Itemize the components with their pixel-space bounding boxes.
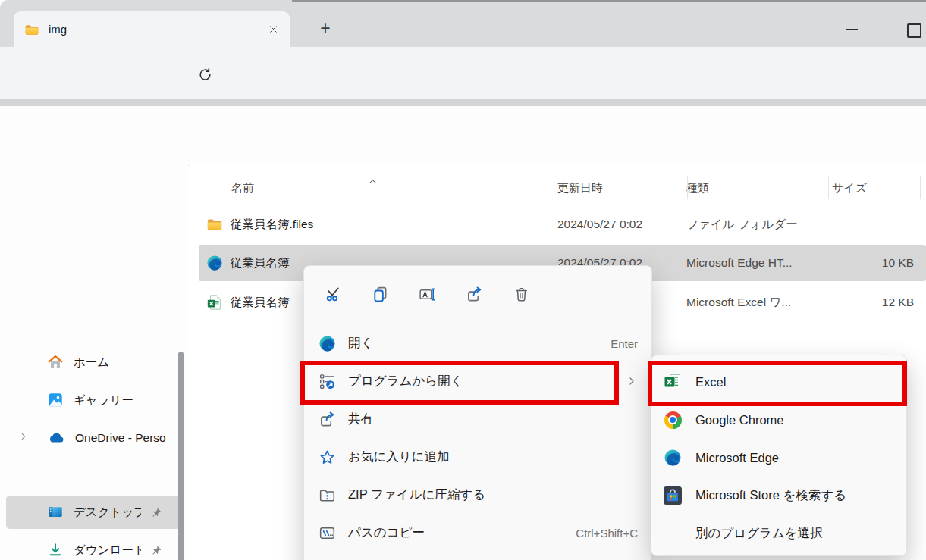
folder-icon — [24, 22, 39, 37]
edge-file-icon — [206, 255, 223, 271]
menu-shortcut: Ctrl+Shift+C — [576, 527, 638, 540]
desktop-icon — [47, 504, 64, 521]
explorer-tab-img[interactable]: img — [14, 11, 290, 47]
menu-item-open-with[interactable]: プログラムから開く — [304, 362, 651, 400]
sort-ascending-icon — [367, 176, 378, 187]
tab-title: img — [49, 23, 268, 36]
sidebar-item-label: OneDrive - Perso — [75, 431, 166, 445]
menu-item-share[interactable]: 共有 — [304, 400, 651, 438]
column-separator[interactable] — [920, 176, 921, 199]
download-icon — [47, 542, 64, 558]
file-explorer-window: img + ← → ↑ デスクトップ ポータルサイト img — [0, 0, 926, 560]
sidebar-item-desktop[interactable]: デスクトップ — [6, 496, 182, 529]
sidebar-item-onedrive[interactable]: OneDrive - Perso — [6, 421, 182, 455]
minimize-button[interactable] — [846, 29, 858, 30]
chrome-icon — [664, 411, 682, 429]
file-name: 従業員名簿.files — [231, 217, 313, 233]
chrome-separator-band — [0, 99, 926, 106]
home-icon — [47, 354, 64, 371]
menu-divider — [306, 318, 650, 318]
onedrive-cloud-icon — [47, 429, 65, 447]
submenu-item-edge[interactable]: Microsoft Edge — [651, 439, 906, 477]
sidebar-item-label: ホーム — [74, 355, 109, 371]
column-header-type[interactable]: 種類 — [686, 181, 827, 196]
sidebar-item-gallery[interactable]: ギャラリー — [6, 383, 182, 417]
submenu-item-label: Excel — [695, 375, 726, 389]
context-menu-icon-row — [304, 271, 651, 318]
copy-path-icon — [318, 524, 336, 542]
delete-icon[interactable] — [506, 279, 536, 309]
menu-item-label: 共有 — [348, 411, 373, 427]
submenu-item-chrome[interactable]: Google Chrome — [651, 401, 906, 439]
submenu-item-choose-another-app[interactable]: 別のプログラムを選択 — [651, 515, 906, 552]
file-row-folder[interactable]: 従業員名簿.files 2024/05/27 0:02 ファイル フォルダー — [199, 206, 926, 242]
menu-item-label: プログラムから開く — [348, 373, 463, 389]
window-top-edge — [292, 0, 926, 2]
expand-chevron-icon[interactable] — [18, 431, 29, 442]
command-toolbar: 新規作成 並べ替え 表示 ••• — [0, 106, 926, 166]
menu-item-label: ZIP ファイルに圧縮する — [348, 486, 485, 503]
new-tab-button[interactable]: + — [314, 17, 337, 39]
pin-icon — [151, 507, 162, 518]
sidebar-divider — [15, 474, 161, 474]
rename-icon[interactable] — [412, 279, 442, 309]
edge-icon — [664, 449, 682, 467]
sidebar-item-label: ギャラリー — [74, 393, 133, 408]
submenu-item-label: 別のプログラムを選択 — [695, 525, 823, 542]
file-size: 10 KB — [827, 256, 926, 270]
copy-icon[interactable] — [365, 279, 395, 309]
sidebar-item-label: デスクトップ — [74, 505, 141, 521]
sidebar-item-label: ダウンロード — [74, 543, 141, 558]
menu-shortcut: Enter — [611, 337, 638, 350]
file-type: Microsoft Edge HT... — [686, 256, 827, 270]
file-size: 12 KB — [827, 296, 926, 309]
gallery-icon — [47, 392, 64, 408]
share-icon[interactable] — [459, 279, 489, 309]
sidebar-item-home[interactable]: ホーム — [6, 346, 182, 379]
pin-icon — [151, 545, 162, 556]
address-bar: ← → ↑ デスクトップ ポータルサイト img — [0, 47, 926, 99]
menu-item-open[interactable]: 開く Enter — [304, 324, 651, 362]
column-header-size[interactable]: サイズ — [827, 181, 926, 196]
menu-item-label: お気に入りに追加 — [348, 449, 450, 465]
share-icon — [318, 411, 336, 428]
menu-item-compress-zip[interactable]: ZIP ファイルに圧縮する — [304, 476, 651, 514]
submenu-item-search-store[interactable]: Microsoft Store を検索する — [651, 477, 906, 515]
submenu-item-label: Google Chrome — [695, 413, 783, 427]
sidebar-scrollbar[interactable] — [178, 352, 184, 560]
folder-icon — [206, 216, 223, 233]
context-menu: 開く Enter プログラムから開く 共有 お気に入りに追加 ZIP ファイルに… — [303, 265, 652, 560]
cut-icon[interactable] — [318, 279, 348, 309]
sidebar-item-downloads[interactable]: ダウンロード — [6, 533, 182, 560]
file-type: Microsoft Excel ワ... — [686, 295, 827, 311]
close-tab-icon[interactable] — [268, 23, 279, 35]
file-name: 従業員名簿 — [231, 255, 290, 271]
menu-item-copy-path[interactable]: パスのコピー Ctrl+Shift+C — [304, 514, 651, 552]
microsoft-store-icon — [664, 486, 682, 505]
submenu-item-label: Microsoft Edge — [695, 451, 779, 465]
header-underline — [556, 199, 917, 199]
open-with-submenu: Excel Google Chrome Microsoft Edge Micro… — [651, 355, 907, 556]
submenu-item-excel[interactable]: Excel — [651, 363, 906, 401]
file-date: 2024/05/27 0:02 — [557, 217, 686, 231]
navigation-pane: ホーム ギャラリー OneDrive - Perso デスクトップ ダウンロード… — [0, 165, 188, 560]
submenu-chevron-icon — [626, 375, 638, 387]
column-header-date[interactable]: 更新日時 — [557, 181, 686, 196]
file-type: ファイル フォルダー — [686, 217, 827, 233]
excel-file-icon — [206, 294, 223, 311]
title-bar: img + — [0, 0, 926, 47]
edge-icon — [318, 335, 336, 352]
column-separator[interactable] — [828, 176, 829, 199]
maximize-button[interactable] — [907, 23, 921, 38]
menu-item-label: パスのコピー — [348, 524, 425, 541]
column-separator[interactable] — [687, 176, 688, 199]
column-header-name[interactable]: 名前 — [199, 181, 557, 196]
file-name: 従業員名簿 — [231, 295, 290, 311]
menu-item-label: 開く — [348, 335, 373, 352]
excel-app-icon — [664, 373, 682, 391]
menu-item-add-favorites[interactable]: お気に入りに追加 — [304, 438, 651, 476]
submenu-item-label: Microsoft Store を検索する — [695, 487, 846, 504]
zip-folder-icon — [318, 486, 336, 504]
refresh-button[interactable] — [197, 67, 213, 83]
open-with-icon — [318, 373, 336, 390]
